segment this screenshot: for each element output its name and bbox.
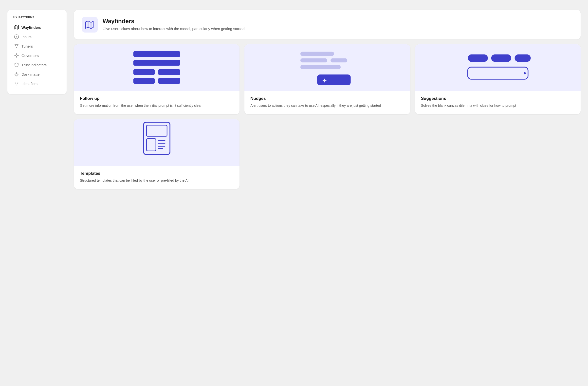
page-title: Wayfinders bbox=[103, 18, 244, 25]
sidebar-item-identifiers[interactable]: Identifiers bbox=[7, 79, 67, 88]
templates-content: Templates Structured templates that can … bbox=[74, 171, 239, 183]
sidebar-item-identifiers-label: Identifiers bbox=[21, 81, 38, 86]
suggestions-illustration bbox=[415, 44, 581, 91]
shield-icon bbox=[14, 62, 19, 67]
pattern-card-follow-up[interactable]: Follow up Get more information from the … bbox=[74, 44, 239, 114]
svg-rect-15 bbox=[300, 59, 327, 62]
sidebar-item-wayfinders-label: Wayfinders bbox=[21, 25, 41, 30]
pattern-card-nudges[interactable]: Nudges Alert users to actions they can t… bbox=[244, 44, 410, 114]
arrow-right-circle-icon bbox=[14, 34, 19, 39]
wayfinders-header-icon-bg bbox=[82, 17, 98, 33]
svg-rect-21 bbox=[514, 55, 530, 62]
svg-rect-20 bbox=[491, 55, 511, 62]
sidebar-item-governors[interactable]: Governors bbox=[7, 51, 67, 60]
svg-rect-26 bbox=[147, 139, 156, 151]
svg-rect-14 bbox=[300, 52, 334, 56]
sidebar-item-dark-matter-label: Dark matter bbox=[21, 72, 41, 76]
svg-point-2 bbox=[15, 35, 19, 39]
pattern-card-suggestions[interactable]: Suggestions Solves the blank canvas dile… bbox=[415, 44, 581, 114]
nudges-content: Nudges Alert users to actions they can t… bbox=[244, 96, 410, 108]
svg-rect-10 bbox=[133, 69, 155, 75]
svg-rect-25 bbox=[147, 125, 167, 136]
sidebar-item-tuners-label: Tuners bbox=[21, 44, 33, 48]
svg-rect-13 bbox=[158, 78, 180, 84]
nudges-illustration bbox=[244, 44, 410, 91]
pattern-card-templates[interactable]: Templates Structured templates that can … bbox=[74, 119, 239, 189]
nudges-title: Nudges bbox=[250, 96, 404, 101]
sidebar-title: UX PATTERNS bbox=[7, 16, 67, 23]
follow-up-title: Follow up bbox=[80, 96, 233, 101]
sidebar-item-wayfinders[interactable]: Wayfinders bbox=[7, 23, 67, 32]
follow-up-desc: Get more information from the user when … bbox=[80, 103, 233, 108]
patterns-grid-row2: Templates Structured templates that can … bbox=[74, 119, 581, 189]
sidebar-item-trust-indicators-label: Trust indicators bbox=[21, 63, 47, 67]
suggestions-desc: Solves the blank canvas dilemma with clu… bbox=[421, 103, 575, 108]
map-icon bbox=[14, 25, 19, 30]
suggestions-content: Suggestions Solves the blank canvas dile… bbox=[415, 96, 581, 108]
svg-marker-3 bbox=[15, 45, 18, 48]
svg-rect-16 bbox=[331, 59, 348, 62]
templates-illustration bbox=[74, 119, 239, 166]
filter-icon2 bbox=[14, 81, 19, 86]
wayfinders-map-icon bbox=[85, 20, 95, 30]
patterns-grid-row1: Follow up Get more information from the … bbox=[74, 44, 581, 114]
page-description: Give users clues about how to interact w… bbox=[103, 26, 244, 32]
follow-up-content: Follow up Get more information from the … bbox=[74, 96, 239, 108]
main-content: Wayfinders Give users clues about how to… bbox=[74, 10, 581, 376]
svg-rect-18 bbox=[317, 74, 351, 85]
sidebar: UX PATTERNS Wayfinders Inputs bbox=[7, 10, 67, 94]
follow-up-illustration bbox=[74, 44, 239, 91]
svg-rect-11 bbox=[158, 69, 180, 75]
svg-rect-22 bbox=[468, 67, 528, 79]
wayfinders-header-card: Wayfinders Give users clues about how to… bbox=[74, 10, 581, 40]
wayfinders-header-text: Wayfinders Give users clues about how to… bbox=[103, 18, 244, 32]
sidebar-item-inputs-label: Inputs bbox=[21, 35, 32, 39]
sidebar-item-trust-indicators[interactable]: Trust indicators bbox=[7, 60, 67, 69]
nudges-desc: Alert users to actions they can take to … bbox=[250, 103, 404, 108]
svg-marker-23 bbox=[524, 72, 526, 74]
sidebar-item-governors-label: Governors bbox=[21, 54, 39, 58]
sidebar-item-inputs[interactable]: Inputs bbox=[7, 32, 67, 41]
svg-rect-19 bbox=[468, 55, 488, 62]
svg-marker-5 bbox=[15, 82, 18, 85]
svg-rect-12 bbox=[133, 78, 155, 84]
svg-rect-8 bbox=[133, 51, 180, 57]
sidebar-item-dark-matter[interactable]: Dark matter bbox=[7, 69, 67, 79]
svg-rect-9 bbox=[133, 60, 180, 65]
svg-point-4 bbox=[16, 73, 17, 75]
gear-icon bbox=[14, 72, 19, 77]
templates-desc: Structured templates that can be filled … bbox=[80, 178, 233, 183]
suggestions-title: Suggestions bbox=[421, 96, 575, 101]
sparkle-icon bbox=[14, 53, 19, 58]
templates-title: Templates bbox=[80, 171, 233, 176]
svg-rect-17 bbox=[300, 65, 341, 69]
app-layout: UX PATTERNS Wayfinders Inputs bbox=[0, 0, 588, 386]
filter-icon bbox=[14, 44, 19, 49]
sidebar-item-tuners[interactable]: Tuners bbox=[7, 41, 67, 51]
